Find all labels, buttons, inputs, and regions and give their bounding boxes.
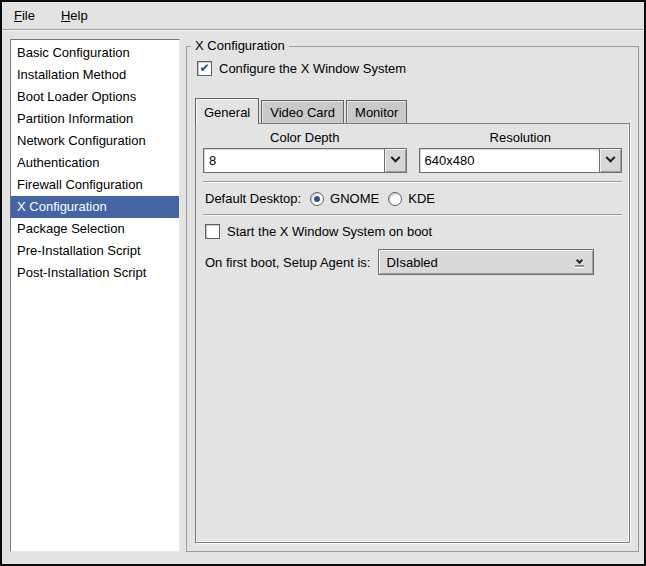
frame-title: X Configuration <box>191 38 289 53</box>
sidebar-item-partition-information[interactable]: Partition Information <box>11 108 179 130</box>
color-depth-entry[interactable]: 8 <box>203 148 384 173</box>
resolution-dropdown-button[interactable] <box>599 148 622 173</box>
start-x-label: Start the X Window System on boot <box>227 224 432 239</box>
color-depth-column: Color Depth 8 <box>203 130 407 173</box>
setup-agent-row: On first boot, Setup Agent is: DIsabled <box>203 249 622 275</box>
sidebar-item-boot-loader-options[interactable]: Boot Loader Options <box>11 86 179 108</box>
setup-agent-value: DIsabled <box>386 255 575 270</box>
chevron-down-icon <box>390 153 400 163</box>
color-depth-label: Color Depth <box>203 130 407 145</box>
chevron-down-icon <box>606 153 616 163</box>
resolution-entry[interactable]: 640x480 <box>419 148 600 173</box>
sidebar-item-x-configuration[interactable]: X Configuration <box>11 196 179 218</box>
separator <box>203 181 622 183</box>
resolution-combo: 640x480 <box>419 148 623 173</box>
sidebar-item-installation-method[interactable]: Installation Method <box>11 64 179 86</box>
sidebar-item-network-configuration[interactable]: Network Configuration <box>11 130 179 152</box>
resolution-label: Resolution <box>419 130 623 145</box>
sidebar-item-package-selection[interactable]: Package Selection <box>11 218 179 240</box>
tab-general[interactable]: General <box>195 98 259 124</box>
configure-x-label: Configure the X Window System <box>219 61 406 76</box>
gnome-radio-option[interactable]: GNOME <box>310 191 379 206</box>
sidebar-item-post-installation-script[interactable]: Post-Installation Script <box>11 262 179 284</box>
default-desktop-row: Default Desktop: GNOME KDE <box>203 191 622 206</box>
menu-help[interactable]: Help <box>55 5 94 26</box>
tab-video-card[interactable]: Video Card <box>261 100 344 123</box>
section-list: Basic Configuration Installation Method … <box>10 39 180 552</box>
setup-agent-label: On first boot, Setup Agent is: <box>205 255 370 270</box>
start-x-row: Start the X Window System on boot <box>203 224 622 239</box>
app-body: Basic Configuration Installation Method … <box>2 30 644 564</box>
menubar: File Help <box>2 2 644 30</box>
gnome-radio-label: GNOME <box>330 191 379 206</box>
kde-radio[interactable] <box>388 192 402 206</box>
general-tab-panel: Color Depth 8 Resolution 640x480 <box>195 123 630 543</box>
sidebar-item-pre-installation-script[interactable]: Pre-Installation Script <box>11 240 179 262</box>
sidebar-item-basic-configuration[interactable]: Basic Configuration <box>11 42 179 64</box>
gnome-radio[interactable] <box>310 192 324 206</box>
kde-radio-label: KDE <box>408 191 435 206</box>
configure-x-row: Configure the X Window System <box>197 61 630 76</box>
menu-file[interactable]: File <box>8 5 41 26</box>
default-desktop-label: Default Desktop: <box>205 191 301 206</box>
kickstart-configurator-window: File Help Basic Configuration Installati… <box>0 0 646 566</box>
color-depth-dropdown-button[interactable] <box>384 148 407 173</box>
x-configuration-frame: X Configuration Configure the X Window S… <box>186 46 639 552</box>
tab-monitor[interactable]: Monitor <box>346 100 407 123</box>
empty-space <box>203 275 622 536</box>
sidebar-item-authentication[interactable]: Authentication <box>11 152 179 174</box>
sidebar-item-firewall-configuration[interactable]: Firewall Configuration <box>11 174 179 196</box>
combo-columns: Color Depth 8 Resolution 640x480 <box>203 130 622 173</box>
color-depth-combo: 8 <box>203 148 407 173</box>
configure-x-checkbox[interactable] <box>197 61 212 76</box>
start-x-checkbox[interactable] <box>205 224 220 239</box>
kde-radio-option[interactable]: KDE <box>388 191 435 206</box>
x-config-tabs: General Video Card Monitor <box>195 98 630 123</box>
setup-agent-dropdown[interactable]: DIsabled <box>378 249 594 275</box>
resolution-column: Resolution 640x480 <box>419 130 623 173</box>
separator <box>203 214 622 216</box>
option-menu-arrow-icon <box>575 258 586 267</box>
